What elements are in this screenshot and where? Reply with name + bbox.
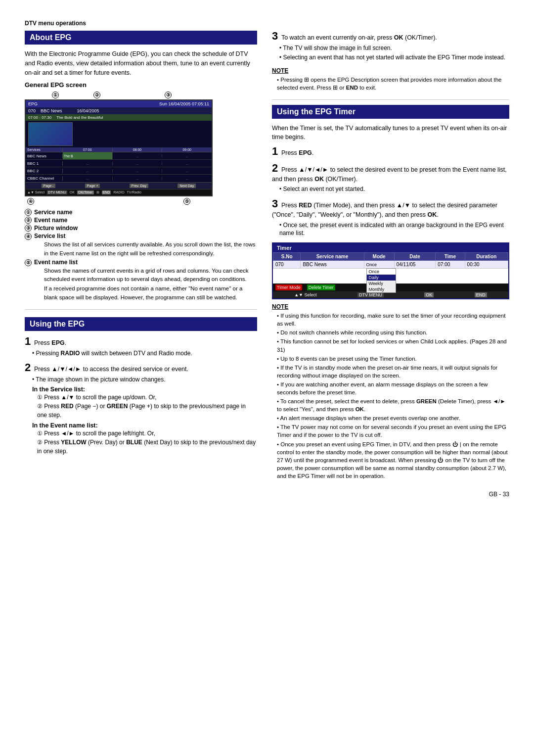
- timer-step3-bullet: Once set, the preset event is indicated …: [279, 221, 509, 238]
- using-epg-step1-bullets: Pressing RADIO will switch between DTV a…: [32, 349, 257, 358]
- epg-channel-name: BBC News: [41, 108, 62, 113]
- nav-prev-day[interactable]: Prev. Day: [130, 184, 148, 188]
- td-date: 04/11/05: [394, 261, 436, 269]
- mode-dropdown[interactable]: Once Daily Weekly Monthly: [366, 268, 396, 293]
- epg-header: EPG Sun 16/04/2005 07:05:11: [26, 100, 212, 107]
- left-column: About EPG With the Electronic Programme …: [25, 31, 257, 481]
- ctrl-info: ⊞: [96, 190, 99, 194]
- using-epg-timer-section: Using the EPG Timer When the Timer is se…: [272, 105, 509, 480]
- label-picture-window: ③ Picture window: [25, 225, 257, 232]
- td-sno: 070: [273, 261, 301, 269]
- epg-logo: EPG: [28, 101, 38, 106]
- ctrl-end: END: [102, 190, 111, 194]
- epg-time-2: 08:00: [113, 147, 163, 152]
- using-epg-step3-onair: 3 To watch an event currently on-air, pr…: [272, 31, 509, 61]
- epg-program-row: 07:00 - 07:30 The Bold and the Beautiful: [26, 114, 212, 121]
- note-box-2: NOTE If using this function for recordin…: [272, 303, 509, 480]
- ctrl-select: ▲▼ Select: [27, 190, 44, 194]
- epg-datetime: Sun 16/04/2005 07:05:11: [159, 101, 209, 106]
- service-list-sub: In the Service list: ① Press ▲/▼ to scro…: [32, 386, 257, 456]
- label-service-list-detail: Shows the list of all services currently…: [44, 240, 257, 258]
- td-service: BBC News: [301, 261, 364, 269]
- epg-screen: EPG Sun 16/04/2005 07:05:11 070 BBC News…: [25, 99, 213, 196]
- epg-time-1: 07:00: [63, 147, 113, 152]
- epg-evt-cbbc-1: ...: [63, 177, 113, 180]
- td-duration: 00:30: [465, 261, 508, 269]
- using-epg-step2: 2 Press ▲/▼/◄/► to access the desired se…: [25, 362, 257, 456]
- mode-monthly[interactable]: Monthly: [367, 286, 396, 292]
- epg-evt-2: ...: [113, 154, 163, 158]
- epg-prog-name: The Bold and the Beautiful: [56, 115, 103, 120]
- ctrl-radio: RADIO: [113, 190, 124, 194]
- timer-step3: 3 Press RED (Timer Mode), and then press…: [272, 198, 509, 237]
- note1-title: NOTE: [272, 67, 509, 74]
- note1-item1: Pressing ⊞ opens the EPG Description scr…: [277, 76, 509, 92]
- epg-services-header: Services: [26, 147, 63, 152]
- label-event-list-detail2: If a received programme does not contain…: [44, 284, 257, 302]
- note1-bullets: Pressing ⊞ opens the EPG Description scr…: [277, 76, 509, 92]
- timer-step2: 2 Press ▲/▼/◄/► to select the desired ev…: [272, 163, 509, 193]
- mode-weekly[interactable]: Weekly: [367, 281, 396, 286]
- svc-item-1: ① Press ▲/▼ to scroll the page up/down. …: [37, 393, 257, 402]
- using-epg-step1: 1 Press EPG. Pressing RADIO will switch …: [25, 336, 257, 358]
- epg-evt-bbc2-1: ...: [63, 169, 113, 173]
- epg-channel-num: 070: [28, 108, 36, 113]
- general-screen-label: General EPG screen: [25, 81, 257, 89]
- nav-next-day[interactable]: Next Day: [178, 184, 196, 188]
- note2-bullets: If using this function for recording, ma…: [277, 312, 509, 480]
- epg-prog-time: 07:00 - 07:30: [28, 115, 51, 120]
- epg-evt-3: ...: [162, 154, 212, 158]
- mode-value: Once: [366, 262, 392, 267]
- label-2-indicator: ②: [93, 92, 100, 98]
- label-event-list-detail1: Shows the names of current events in a g…: [44, 267, 257, 284]
- nav-page-minus[interactable]: Page -: [42, 184, 56, 188]
- mode-daily[interactable]: Daily: [367, 275, 396, 281]
- ctrl-oktimer: OK/Timer: [77, 190, 94, 194]
- step3-onair-bullets: The TV will show the image in full scree…: [279, 44, 509, 62]
- epg-nav-buttons: Page - Page + Prev. Day Next Day: [26, 182, 212, 189]
- th-mode: Mode: [364, 253, 394, 261]
- timer-nav-ok[interactable]: OK: [424, 292, 434, 297]
- about-epg-title: About EPG: [25, 31, 257, 45]
- evt-item-1: ① Press ◄/► to scroll the page left/righ…: [37, 429, 257, 438]
- label-event-name: ② Event name: [25, 217, 257, 224]
- about-epg-intro: With the Electronic Programme Guide (EPG…: [25, 49, 257, 77]
- epg-timer-intro: When the Timer is set, the TV automatica…: [272, 124, 509, 142]
- epg-svc-bbc1: BBC 1: [26, 161, 63, 166]
- delete-timer-btn[interactable]: Delete Timer: [307, 284, 335, 290]
- ctrl-ok: OK: [70, 190, 75, 194]
- epg-time-3: 09:00: [162, 147, 212, 152]
- note2-title: NOTE: [272, 303, 509, 310]
- mode-once[interactable]: Once: [367, 269, 396, 275]
- epg-evt-bbc2-2: ...: [113, 169, 163, 173]
- th-service: Service name: [301, 253, 364, 261]
- page-number: GB - 33: [25, 491, 509, 498]
- using-epg-title: Using the EPG: [25, 317, 257, 331]
- epg-evt-cbbc-3: ...: [162, 177, 212, 180]
- timer-mode-btn[interactable]: Timer Mode: [275, 284, 302, 290]
- timer-row-1: 070 BBC News Once Once Daily: [273, 261, 508, 269]
- timer-nav-dtv[interactable]: DTV MENU: [357, 292, 384, 297]
- using-epg-timer-title: Using the EPG Timer: [272, 105, 509, 119]
- timer-step3-bullets: Once set, the preset event is indicated …: [279, 221, 509, 238]
- timer-screen: Timer S.No Service name Mode Date Time D…: [272, 242, 509, 299]
- timer-nav-end[interactable]: END: [475, 292, 487, 297]
- onair-bullet1: The TV will show the image in full scree…: [279, 44, 509, 52]
- ctrl-dtv-menu: DTV MENU: [47, 190, 67, 194]
- td-mode: Once Once Daily Weekly Monthly: [364, 261, 394, 269]
- timer-step2-bullet: Select an event not yet started.: [279, 185, 509, 193]
- nav-page-plus[interactable]: Page +: [85, 184, 100, 188]
- label-service-name: ① Service name: [25, 209, 257, 216]
- note2-item9: The TV power may not come on for several…: [277, 423, 509, 439]
- epg-bottom-labels: ④ ⑤: [25, 198, 213, 205]
- epg-grid: Services 07:00 08:00 09:00 BBC News The …: [26, 147, 212, 182]
- th-date: Date: [394, 253, 436, 261]
- about-epg-section: About EPG With the Electronic Programme …: [25, 31, 257, 302]
- label-1-indicator: ①: [52, 92, 59, 98]
- label-event-list: ⑤ Event name list Shows the names of cur…: [25, 259, 257, 302]
- note2-item5: If the TV is in standby mode when the pr…: [277, 364, 509, 379]
- note2-item7: To cancel the preset, select the event t…: [277, 397, 509, 413]
- timer-step2-bullets: Select an event not yet started.: [279, 185, 509, 193]
- note2-item8: An alert message displays when the prese…: [277, 414, 509, 422]
- epg-svc-bbc2: BBC 2: [26, 169, 63, 173]
